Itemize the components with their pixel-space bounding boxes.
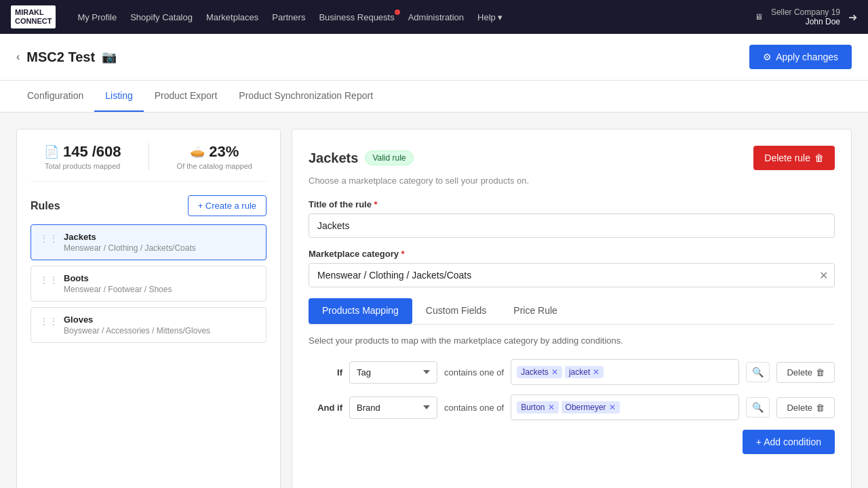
company-name: Seller Company 19 [771, 7, 840, 17]
apply-changes-button[interactable]: ⚙ Apply changes [749, 45, 852, 69]
rule-path-jackets: Menswear / Clothing / Jackets/Coats [64, 243, 196, 253]
rule-path-boots: Menswear / Footwear / Shoes [64, 285, 172, 294]
logo-text: MIRAKL CONNECT [11, 5, 56, 28]
condition-field-select-1[interactable]: Tag Brand Category [349, 361, 437, 384]
top-navigation: MIRAKL CONNECT My Profile Shopify Catalo… [0, 0, 868, 34]
rule-title-area: Jackets Valid rule [309, 150, 414, 166]
condition-row-2: And if Brand Tag Category contains one o… [309, 394, 835, 420]
rules-list: ⋮⋮ Jackets Menswear / Clothing / Jackets… [31, 224, 267, 343]
stat-mapped: 📄 145 /608 Total products mapped [31, 143, 135, 170]
rules-title: Rules [31, 200, 60, 212]
pie-icon: 🥧 [190, 144, 205, 159]
tab-product-sync-report[interactable]: Product Synchronization Report [228, 81, 384, 112]
category-label: Marketplace category * [309, 249, 835, 259]
rule-path-gloves: Boyswear / Accessories / Mittens/Gloves [64, 326, 210, 336]
tab-product-export[interactable]: Product Export [144, 81, 229, 112]
clear-category-button[interactable]: ✕ [819, 269, 828, 282]
remove-tag-jacket[interactable]: ✕ [593, 368, 599, 376]
mapped-label: Total products mapped [31, 162, 135, 170]
page-title: MSC2 Test [26, 49, 95, 65]
rule-title: Jackets [309, 150, 358, 166]
drag-handle-icon: ⋮⋮ [39, 316, 58, 327]
tab-custom-fields[interactable]: Custom Fields [412, 298, 500, 324]
nav-marketplaces[interactable]: Marketplaces [206, 12, 258, 22]
condition-prefix-1: If [309, 367, 342, 378]
mapping-description: Select your products to map with the mar… [309, 336, 835, 346]
tag-chip-obermeyer: Obermeyer ✕ [561, 401, 620, 413]
inner-tabs: Products Mapping Custom Fields Price Rul… [309, 298, 835, 325]
nav-my-profile[interactable]: My Profile [77, 12, 117, 22]
tag-chip-jackets: Jackets ✕ [517, 366, 562, 378]
category-input-wrapper: ✕ [309, 263, 835, 287]
rule-name-gloves: Gloves [64, 314, 210, 325]
notification-dot [395, 9, 400, 15]
rule-subtitle: Choose a marketplace category to sell yo… [309, 176, 835, 186]
user-info: Seller Company 19 John Doe [771, 7, 840, 26]
main-content: 📄 145 /608 Total products mapped 🥧 23% O… [0, 113, 868, 488]
camera-icon[interactable]: 📷 [102, 49, 117, 64]
title-input[interactable] [309, 214, 835, 238]
left-panel: 📄 145 /608 Total products mapped 🥧 23% O… [16, 129, 281, 488]
right-panel: Jackets Valid rule Delete rule 🗑 Choose … [292, 129, 852, 488]
remove-tag-obermeyer[interactable]: ✕ [609, 403, 616, 411]
tab-configuration[interactable]: Configuration [16, 81, 94, 112]
nav-administration[interactable]: Administration [408, 12, 464, 22]
trash-icon: 🗑 [816, 367, 825, 378]
tab-products-mapping[interactable]: Products Mapping [309, 298, 412, 324]
nav-partners[interactable]: Partners [272, 12, 305, 22]
drag-handle-icon: ⋮⋮ [39, 233, 58, 244]
nav-shopify-catalog[interactable]: Shopify Catalog [130, 12, 193, 22]
stat-catalog: 🥧 23% Of the catalog mapped [163, 143, 267, 170]
drag-handle-icon: ⋮⋮ [39, 274, 58, 285]
logo[interactable]: MIRAKL CONNECT [11, 5, 56, 28]
nav-user-area: 🖥 Seller Company 19 John Doe ➜ [755, 7, 857, 26]
page-title-row: ‹ MSC2 Test 📷 [16, 49, 117, 65]
tab-price-rule[interactable]: Price Rule [500, 298, 571, 324]
back-button[interactable]: ‹ [16, 51, 20, 63]
rules-header: Rules + Create a rule [31, 195, 267, 216]
catalog-pct: 23% [209, 143, 239, 161]
monitor-icon: 🖥 [755, 12, 763, 22]
rule-header-row: Jackets Valid rule Delete rule 🗑 [309, 146, 835, 170]
rule-item-jackets[interactable]: ⋮⋮ Jackets Menswear / Clothing / Jackets… [31, 224, 267, 260]
username: John Doe [806, 17, 840, 26]
add-condition-button[interactable]: + Add condition [743, 430, 835, 454]
logout-icon[interactable]: ➜ [848, 11, 857, 24]
document-icon: 📄 [44, 144, 59, 159]
title-field-group: Title of the rule * [309, 199, 835, 238]
create-rule-button[interactable]: + Create a rule [188, 195, 267, 216]
tag-chip-burton: Burton ✕ [517, 401, 558, 413]
condition-prefix-2: And if [309, 403, 342, 413]
mapped-count: 145 /608 [63, 143, 121, 161]
rule-item-boots[interactable]: ⋮⋮ Boots Menswear / Footwear / Shoes [31, 266, 267, 302]
search-tags-button-2[interactable]: 🔍 [746, 397, 770, 418]
delete-rule-button[interactable]: Delete rule 🗑 [753, 146, 835, 170]
condition-tags-input-2[interactable]: Burton ✕ Obermeyer ✕ [511, 394, 739, 420]
page-header: ‹ MSC2 Test 📷 ⚙ Apply changes [0, 34, 868, 81]
delete-condition-button-2[interactable]: Delete 🗑 [776, 397, 835, 418]
delete-condition-button-1[interactable]: Delete 🗑 [776, 362, 835, 383]
tab-listing[interactable]: Listing [94, 81, 143, 112]
title-label: Title of the rule * [309, 199, 835, 209]
condition-tags-input-1[interactable]: Jackets ✕ jacket ✕ [511, 359, 739, 385]
nav-help[interactable]: Help ▾ [477, 12, 502, 22]
stats-row: 📄 145 /608 Total products mapped 🥧 23% O… [31, 143, 267, 182]
rule-name-jackets: Jackets [64, 232, 196, 242]
remove-tag-burton[interactable]: ✕ [548, 403, 555, 411]
category-input[interactable] [309, 263, 835, 287]
rule-name-boots: Boots [64, 273, 172, 283]
stat-divider [149, 143, 149, 170]
trash-icon: 🗑 [816, 403, 825, 413]
condition-field-select-2[interactable]: Brand Tag Category [349, 396, 437, 419]
catalog-label: Of the catalog mapped [163, 162, 267, 170]
nav-business-requests[interactable]: Business Requests [319, 12, 394, 22]
rule-item-gloves[interactable]: ⋮⋮ Gloves Boyswear / Accessories / Mitte… [31, 307, 267, 343]
condition-row-1: If Tag Brand Category contains one of Ja… [309, 359, 835, 385]
search-tags-button-1[interactable]: 🔍 [746, 362, 770, 382]
category-field-group: Marketplace category * ✕ [309, 249, 835, 287]
required-star: * [374, 199, 378, 209]
condition-operator-2: contains one of [444, 403, 504, 413]
trash-icon: 🗑 [814, 152, 824, 163]
valid-badge: Valid rule [365, 150, 413, 165]
remove-tag-jackets[interactable]: ✕ [551, 368, 558, 376]
